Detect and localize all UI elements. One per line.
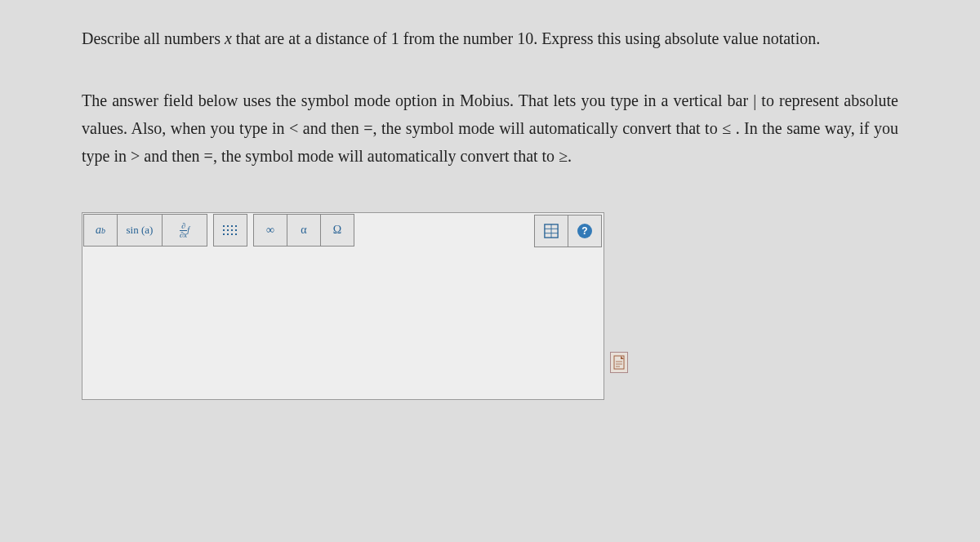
deriv-bot: ∂x bbox=[180, 230, 187, 239]
derivative-button[interactable]: ∂ ∂x f bbox=[162, 214, 207, 247]
instr-mid2: , the symbol mode will automatically con… bbox=[372, 119, 722, 137]
omega-button[interactable]: Ω bbox=[320, 214, 354, 247]
preview-icon bbox=[613, 355, 625, 370]
equation-editor: ab sin (a) ∂ ∂x f ∞ α Ω bbox=[82, 212, 604, 400]
instr-le: ≤ bbox=[722, 119, 731, 137]
grid-button[interactable] bbox=[213, 214, 247, 247]
grid-icon bbox=[223, 225, 238, 236]
help-icon: ? bbox=[577, 224, 592, 238]
exponent-sup: b bbox=[101, 226, 105, 235]
question-text: Describe all numbers x that are at a dis… bbox=[82, 24, 898, 52]
question-line1-post: that are at a distance of 1 from the num… bbox=[232, 29, 820, 47]
instr-lt: < bbox=[289, 119, 298, 137]
alpha-label: α bbox=[301, 224, 306, 237]
omega-label: Ω bbox=[333, 224, 341, 237]
equation-input[interactable] bbox=[82, 247, 604, 399]
exponent-base: a bbox=[96, 224, 101, 237]
instr-eq1: = bbox=[363, 119, 372, 137]
question-line1-pre: Describe all numbers bbox=[82, 29, 225, 47]
trig-button[interactable]: sin (a) bbox=[117, 214, 163, 247]
help-button[interactable]: ? bbox=[568, 215, 602, 247]
editor-toolbar: ab sin (a) ∂ ∂x f ∞ α Ω bbox=[82, 213, 604, 247]
derivative-icon: ∂ ∂x bbox=[180, 222, 187, 239]
instr-eq2: = bbox=[204, 147, 213, 165]
exponent-button[interactable]: ab bbox=[83, 214, 118, 247]
instr-end: . bbox=[568, 147, 572, 165]
matrix-button[interactable] bbox=[534, 215, 568, 247]
preview-button[interactable] bbox=[610, 352, 628, 373]
instr-mid5: , the symbol mode will automatically con… bbox=[213, 147, 559, 165]
instr-mid1: and then bbox=[303, 119, 363, 137]
deriv-f: f bbox=[187, 226, 189, 234]
infinity-button[interactable]: ∞ bbox=[253, 214, 287, 247]
toolbar-right-group: ? bbox=[535, 214, 602, 247]
instr-ge: ≥ bbox=[559, 147, 568, 165]
help-label: ? bbox=[581, 225, 587, 237]
alpha-button[interactable]: α bbox=[287, 214, 321, 247]
infinity-label: ∞ bbox=[266, 224, 274, 237]
instr-mid4: and then bbox=[144, 147, 203, 165]
svg-marker-5 bbox=[621, 356, 624, 359]
matrix-icon bbox=[544, 224, 559, 238]
question-var-x: x bbox=[225, 29, 232, 47]
instr-gt: > bbox=[131, 147, 140, 165]
instruction-text: The answer field below uses the symbol m… bbox=[82, 87, 898, 170]
trig-label: sin (a) bbox=[127, 224, 154, 237]
